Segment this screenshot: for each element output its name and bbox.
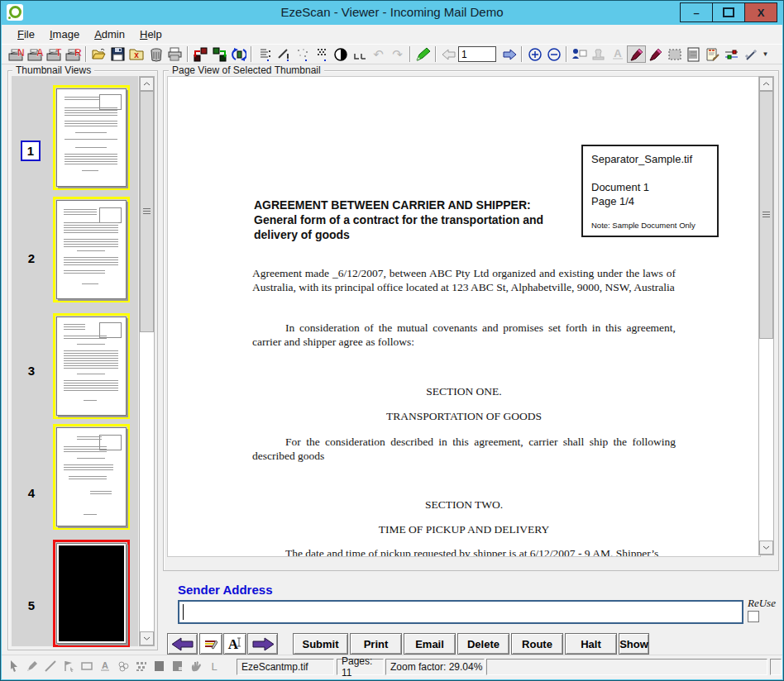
barcode-icon[interactable] [684, 45, 703, 63]
redo-icon[interactable]: ↷ [388, 45, 407, 63]
show-button[interactable]: Show [619, 633, 649, 655]
minimize-button[interactable]: – [681, 3, 712, 21]
zoom-in-icon[interactable] [525, 45, 544, 63]
zoom-out-icon[interactable] [544, 45, 563, 63]
text-tool-button[interactable]: A [223, 633, 246, 655]
flag-tool-icon[interactable] [61, 658, 76, 674]
text-annotation-icon[interactable]: A [608, 45, 627, 63]
redact-dark-icon[interactable] [152, 658, 167, 674]
pattern-tool-icon[interactable] [134, 658, 149, 674]
annotate-lines-button[interactable] [199, 633, 222, 655]
menu-help[interactable]: Help [132, 26, 170, 43]
pen-tool-icon[interactable] [25, 658, 40, 674]
reuse-checkbox[interactable] [748, 611, 759, 622]
l-marker: L [207, 658, 222, 674]
trash-icon[interactable] [146, 45, 165, 63]
remove-noise-icon[interactable] [312, 45, 331, 63]
adjustments-icon[interactable] [722, 45, 741, 63]
menu-bar: File Image Admin Help [2, 25, 782, 44]
scan-append-icon[interactable]: A [26, 45, 45, 63]
status-message [486, 659, 767, 675]
undo-icon[interactable]: ↶ [369, 45, 388, 63]
page-scroll-up-icon[interactable] [759, 77, 773, 91]
route-button[interactable]: Route [511, 633, 563, 655]
page-view-scrollbar[interactable] [758, 76, 774, 555]
delete-button[interactable]: Delete [457, 633, 509, 655]
menu-file[interactable]: File [10, 26, 42, 43]
hand-tool-icon[interactable] [189, 658, 203, 674]
menu-admin[interactable]: Admin [87, 26, 132, 43]
previous-page-icon[interactable] [439, 45, 458, 63]
maximize-button[interactable] [712, 3, 744, 21]
magic-wand-dropdown-icon[interactable]: ▼ [760, 45, 770, 63]
workspace: Thumbnail Views 1 [2, 64, 782, 655]
scan-insert-icon[interactable]: T [45, 45, 64, 63]
stamp-icon[interactable] [589, 45, 608, 63]
scan-new-icon[interactable]: N [7, 45, 26, 63]
move-next-button[interactable] [247, 633, 278, 655]
thumbnail-number-3[interactable]: 3 [21, 364, 42, 378]
print-button[interactable]: Print [350, 633, 402, 655]
page-view-panel: Page View of Selected Thumbnail Separato… [163, 70, 779, 571]
thumbnail-page-4[interactable] [53, 424, 130, 530]
rect-tool-icon[interactable] [79, 658, 94, 674]
thumbnail-page-2[interactable] [53, 197, 130, 302]
despeckle-icon[interactable] [274, 45, 293, 63]
select-cursor-icon[interactable] [7, 658, 22, 674]
thumbnail-number-1[interactable]: 1 [21, 140, 41, 161]
separator-page-line: Page 1/4 [591, 195, 634, 207]
svg-text:A: A [102, 660, 108, 670]
close-button[interactable]: X [744, 3, 777, 21]
rotate-page-icon[interactable] [229, 45, 248, 63]
deskew-icon[interactable] [255, 45, 274, 63]
page-scrollbar-thumb[interactable] [759, 91, 773, 339]
svg-text:T: T [55, 47, 62, 59]
status-bar: A L EzeScantmp.tif Pages: 11 Zoom factor… [2, 655, 782, 679]
crop-icon[interactable] [350, 45, 369, 63]
redact-partial-icon[interactable] [170, 658, 185, 674]
resize-grip[interactable] [770, 659, 782, 675]
select-region-icon[interactable] [665, 45, 684, 63]
svg-text:A: A [228, 636, 239, 651]
thumbnail-number-2[interactable]: 2 [21, 251, 42, 265]
thumbnail-scroll-up-icon[interactable] [140, 77, 154, 91]
text-tool-icon[interactable]: A [98, 658, 112, 674]
marker-dark-icon[interactable] [627, 45, 646, 63]
line-tool-icon[interactable] [43, 658, 58, 674]
thumbnail-scrollbar-thumb[interactable] [140, 91, 154, 332]
contrast-icon[interactable] [331, 45, 350, 63]
thumbnail-scroll-down-icon[interactable] [140, 631, 154, 645]
page-number-input[interactable] [458, 46, 496, 62]
notes-icon[interactable] [703, 45, 722, 63]
submit-button[interactable]: Submit [293, 633, 348, 655]
print-icon[interactable] [165, 45, 184, 63]
move-page-green-icon[interactable] [210, 45, 229, 63]
thumbnail-number-4[interactable]: 4 [21, 486, 42, 500]
thumbnail-page-5[interactable] [53, 540, 130, 647]
halt-button[interactable]: Halt [565, 633, 617, 655]
page-scroll-down-icon[interactable] [759, 541, 773, 555]
marker-red-icon[interactable] [646, 45, 665, 63]
thumbnail-page-1[interactable] [53, 85, 130, 190]
email-button[interactable]: Email [404, 633, 456, 655]
move-first-button[interactable] [167, 633, 198, 655]
section-two-title: SECTION TWO. [252, 498, 676, 512]
thumbnail-page-3[interactable] [53, 313, 130, 419]
next-page-icon[interactable] [500, 45, 519, 63]
scribble-tool-icon[interactable] [116, 658, 131, 674]
move-page-red-icon[interactable] [191, 45, 210, 63]
thumbnail-scrollbar[interactable] [139, 76, 155, 646]
sender-address-input[interactable] [178, 600, 743, 624]
magic-wand-icon[interactable] [741, 45, 760, 63]
highlighter-icon[interactable] [414, 45, 433, 63]
menu-image[interactable]: Image [42, 26, 87, 43]
remove-dots-icon[interactable] [293, 45, 312, 63]
svg-text:x: x [134, 50, 139, 60]
open-file-icon[interactable] [89, 45, 108, 63]
save-file-icon[interactable] [108, 45, 127, 63]
scan-replace-icon[interactable]: R [64, 45, 83, 63]
delete-file-icon[interactable]: x [127, 45, 146, 63]
thumbnail-panel-title: Thumbnail Views [12, 64, 94, 76]
profile-zone-icon[interactable] [570, 45, 589, 63]
thumbnail-number-5[interactable]: 5 [21, 598, 42, 612]
